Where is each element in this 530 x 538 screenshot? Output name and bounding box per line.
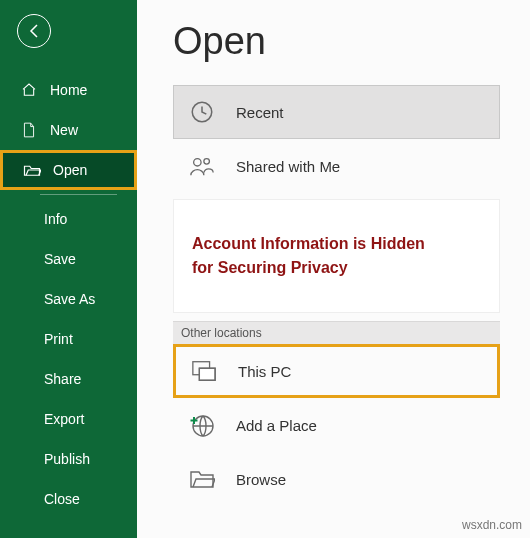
sidebar-item-label: Close [44,491,80,507]
svg-rect-4 [199,368,215,380]
sidebar-divider [40,194,117,195]
open-row-this-pc[interactable]: This PC [173,344,500,398]
arrow-left-icon [25,22,43,40]
folder-browse-icon [188,469,216,489]
clock-icon [188,99,216,125]
main-panel: Open Recent Shared with Me Account Infor… [137,0,530,538]
sidebar-item-print[interactable]: Print [0,319,137,359]
backstage-sidebar: Home New Open Info Save Save As Print Sh… [0,0,137,538]
watermark: wsxdn.com [462,518,522,532]
open-row-shared[interactable]: Shared with Me [173,139,500,193]
info-text-line1: Account Information is Hidden [192,232,481,256]
sidebar-item-label: Save [44,251,76,267]
sidebar-item-home[interactable]: Home [0,70,137,110]
sidebar-item-label: Save As [44,291,95,307]
sidebar-item-label: Info [44,211,67,227]
open-row-recent[interactable]: Recent [173,85,500,139]
open-row-browse[interactable]: Browse [173,452,500,506]
sidebar-item-label: Publish [44,451,90,467]
file-new-icon [20,122,38,138]
sidebar-item-label: Export [44,411,84,427]
sidebar-item-label: Home [50,82,87,98]
sidebar-item-save-as[interactable]: Save As [0,279,137,319]
sidebar-item-label: Print [44,331,73,347]
sidebar-item-info[interactable]: Info [0,199,137,239]
row-label: Browse [236,471,286,488]
sidebar-item-label: Open [53,162,87,178]
sidebar-item-open[interactable]: Open [0,150,137,190]
back-button[interactable] [17,14,51,48]
open-row-add-place[interactable]: Add a Place [173,398,500,452]
sidebar-item-share[interactable]: Share [0,359,137,399]
sidebar-item-label: Share [44,371,81,387]
info-text-line2: for Securing Privacy [192,256,481,280]
svg-point-2 [204,159,210,165]
sidebar-item-close[interactable]: Close [0,479,137,519]
sidebar-item-new[interactable]: New [0,110,137,150]
people-icon [188,155,216,177]
page-title: Open [173,20,500,63]
this-pc-icon [190,359,218,383]
folder-open-icon [23,163,41,177]
sidebar-item-publish[interactable]: Publish [0,439,137,479]
sidebar-item-label: New [50,122,78,138]
add-place-icon [188,412,216,438]
sidebar-item-export[interactable]: Export [0,399,137,439]
sidebar-item-save[interactable]: Save [0,239,137,279]
row-label: Shared with Me [236,158,340,175]
home-icon [20,82,38,98]
row-label: Add a Place [236,417,317,434]
svg-point-1 [194,159,201,166]
account-info-placeholder: Account Information is Hidden for Securi… [173,199,500,313]
row-label: Recent [236,104,284,121]
section-header-other-locations: Other locations [173,321,500,344]
row-label: This PC [238,363,291,380]
